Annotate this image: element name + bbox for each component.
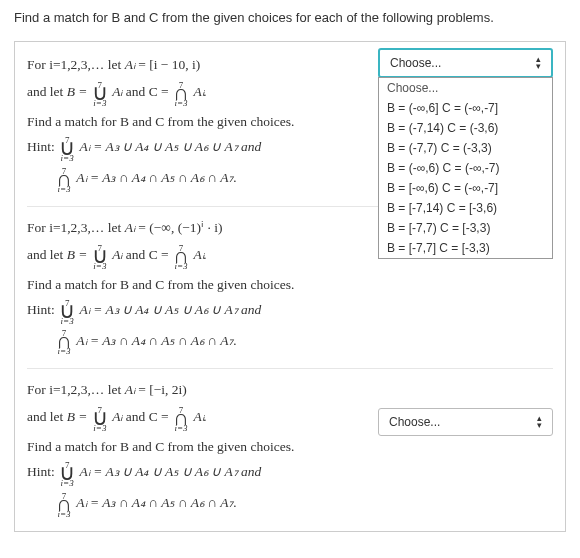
B-label: B = [67, 247, 91, 262]
chevron-updown-icon: ▴▾ [537, 415, 542, 429]
union-arg: Aᵢ [112, 84, 122, 99]
chevron-updown-icon: ▴▾ [536, 56, 541, 70]
dropdown-option[interactable]: B = [-7,7] C = [-3,3) [379, 238, 552, 258]
union-icon: 7∪i=3 [59, 464, 75, 482]
dropdown-option[interactable]: B = [-∞,6) C = (-∞,-7] [379, 178, 552, 198]
C-label: and C = [126, 84, 172, 99]
for-text: For i=1,2,3,… let [27, 57, 125, 72]
hint-inter-text: = A₃ ∩ A₄ ∩ A₅ ∩ A₆ ∩ A₇. [90, 333, 237, 348]
problems-container: Choose... ▴▾ Choose... B = (-∞,6] C = (-… [14, 41, 566, 532]
answer-dropdown-1[interactable]: Choose... ▴▾ Choose... B = (-∞,6] C = (-… [378, 48, 553, 259]
match-line: Find a match for B and C from the given … [27, 277, 553, 293]
union-icon: 7∪i=3 [59, 302, 75, 320]
dropdown-option[interactable]: B = (-∞,6) C = (-∞,-7) [379, 158, 552, 178]
intersect-icon: 7∩i=3 [56, 332, 72, 350]
for-text: For i=1,2,3,… let [27, 382, 125, 397]
page-instructions: Find a match for B and C from the given … [0, 0, 580, 41]
hint-inter-text: = A₃ ∩ A₄ ∩ A₅ ∩ A₆ ∩ A₇. [90, 495, 237, 510]
hint-union-text: = A₃ ∪ A₄ ∪ A₅ ∪ A₆ ∪ A₇ and [93, 302, 261, 317]
hint-union-text: = A₃ ∪ A₄ ∪ A₅ ∪ A₆ ∪ A₇ and [93, 464, 261, 479]
union-arg: Aᵢ [112, 409, 122, 424]
union-arg: Aᵢ [112, 247, 122, 262]
dropdown-option[interactable]: B = (-7,7) C = (-3,3) [379, 138, 552, 158]
inter-arg: Aᵢ. [193, 409, 207, 424]
A-def: = [−i, 2i) [138, 382, 187, 397]
union-icon: 7∪i=3 [92, 409, 108, 427]
A-i: Aᵢ [125, 220, 135, 235]
union-arg: Aᵢ [80, 139, 90, 154]
intersect-icon: 7∩i=3 [56, 495, 72, 513]
C-label: and C = [126, 409, 172, 424]
problem-3: For i=1,2,3,… let Aᵢ = [−i, 2i) and let … [27, 368, 553, 513]
hint-label: Hint: [27, 139, 58, 154]
intersect-icon: 7∩i=3 [173, 247, 189, 265]
inter-arg: Aᵢ [76, 333, 86, 348]
dropdown-option[interactable]: B = (-7,14) C = (-3,6) [379, 118, 552, 138]
union-arg: Aᵢ [80, 464, 90, 479]
dropdown-option[interactable]: Choose... [379, 78, 552, 98]
dropdown-selected: Choose... [389, 415, 440, 429]
union-icon: 7∪i=3 [92, 247, 108, 265]
A-i: Aᵢ [125, 57, 135, 72]
inter-arg: Aᵢ [76, 495, 86, 510]
hint-union-text: = A₃ ∪ A₄ ∪ A₅ ∪ A₆ ∪ A₇ and [93, 139, 261, 154]
dropdown-option[interactable]: B = [-7,7) C = [-3,3) [379, 218, 552, 238]
inter-arg: Aᵢ. [193, 84, 207, 99]
dropdown-selected: Choose... [390, 56, 441, 70]
and-let: and let [27, 84, 67, 99]
dropdown-options-list: Choose... B = (-∞,6] C = (-∞,-7] B = (-7… [378, 77, 553, 259]
inter-arg: Aᵢ [76, 170, 86, 185]
and-let: and let [27, 247, 67, 262]
and-let: and let [27, 409, 67, 424]
intersect-icon: 7∩i=3 [173, 84, 189, 102]
A-def: = (−∞, (−1)ⁱ · i) [138, 220, 222, 235]
intersect-icon: 7∩i=3 [173, 409, 189, 427]
answer-dropdown-3[interactable]: Choose... ▴▾ [378, 408, 553, 436]
match-line: Find a match for B and C from the given … [27, 439, 553, 455]
inter-arg: Aᵢ. [193, 247, 207, 262]
union-icon: 7∪i=3 [59, 139, 75, 157]
intersect-icon: 7∩i=3 [56, 170, 72, 188]
hint-label: Hint: [27, 302, 58, 317]
A-def: = [i − 10, i) [138, 57, 200, 72]
B-label: B = [67, 84, 91, 99]
dropdown-option[interactable]: B = (-∞,6] C = (-∞,-7] [379, 98, 552, 118]
hint-inter-text: = A₃ ∩ A₄ ∩ A₅ ∩ A₆ ∩ A₇. [90, 170, 237, 185]
for-text: For i=1,2,3,… let [27, 220, 125, 235]
union-arg: Aᵢ [80, 302, 90, 317]
dropdown-option[interactable]: B = [-7,14) C = [-3,6) [379, 198, 552, 218]
union-icon: 7∪i=3 [92, 84, 108, 102]
A-i: Aᵢ [125, 382, 135, 397]
B-label: B = [67, 409, 91, 424]
hint-label: Hint: [27, 464, 58, 479]
C-label: and C = [126, 247, 172, 262]
